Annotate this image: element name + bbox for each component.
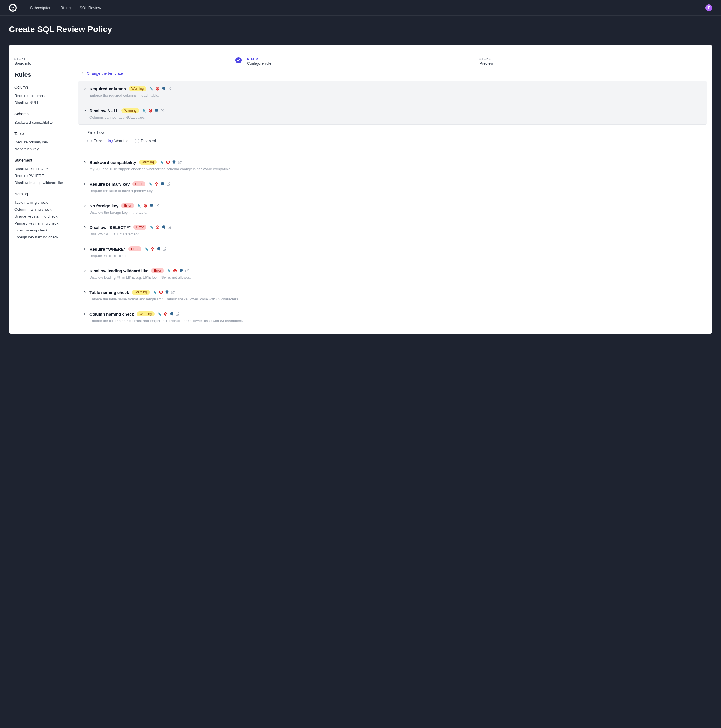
radio-disabled[interactable]: Disabled xyxy=(135,139,156,143)
external-link-icon[interactable] xyxy=(155,204,159,208)
mysql-icon xyxy=(157,312,162,316)
rule-title: Disallow leading wildcard like xyxy=(89,268,148,273)
change-template-link[interactable]: Change the template xyxy=(78,71,707,76)
postgres-icon xyxy=(172,160,176,165)
chevron-right-icon[interactable] xyxy=(83,204,87,208)
postgres-icon xyxy=(161,225,166,229)
nav-link-subscription[interactable]: Subscription xyxy=(30,6,51,10)
sidebar-group-title: Statement xyxy=(14,158,73,162)
rule-title: Backward compatibility xyxy=(89,160,136,165)
chevron-right-icon xyxy=(81,72,84,75)
chevron-right-icon[interactable] xyxy=(83,291,87,294)
sidebar-item-disallow-leading-wildcard-like[interactable]: Disallow leading wildcard like xyxy=(14,179,73,186)
mysql-icon xyxy=(149,86,154,91)
external-link-icon[interactable] xyxy=(185,269,189,272)
chevron-right-icon[interactable] xyxy=(83,225,87,229)
app-logo[interactable] xyxy=(9,4,17,12)
level-badge: Warning xyxy=(139,160,157,165)
postgres-icon xyxy=(161,182,165,186)
chevron-right-icon[interactable] xyxy=(83,312,87,316)
external-link-icon[interactable] xyxy=(178,160,182,164)
rule-title: Require "WHERE" xyxy=(89,247,126,251)
step-name: Basic info xyxy=(14,61,242,66)
postgres-icon xyxy=(156,247,161,251)
external-link-icon[interactable] xyxy=(171,291,175,294)
nav-link-billing[interactable]: Billing xyxy=(60,6,70,10)
rule-description: Enforce the table name format and length… xyxy=(83,297,702,301)
postgres-icon xyxy=(179,268,184,273)
chevron-right-icon[interactable] xyxy=(83,87,87,90)
rule-title: Disallow "SELECT *" xyxy=(89,225,131,230)
external-link-icon[interactable] xyxy=(162,247,167,251)
postgres-icon xyxy=(165,290,169,295)
external-link-icon[interactable] xyxy=(168,87,171,90)
postgres-icon xyxy=(149,203,154,208)
sidebar-item-required-columns[interactable]: Required columns xyxy=(14,92,73,99)
external-link-icon[interactable] xyxy=(176,312,179,316)
chevron-down-icon[interactable] xyxy=(83,109,87,113)
radio-label: Error xyxy=(93,139,102,143)
sidebar-item-foreign-key-naming-check[interactable]: Foreign key naming check xyxy=(14,234,73,241)
tidb-icon xyxy=(150,247,155,251)
level-badge: Error xyxy=(129,246,141,251)
tidb-icon xyxy=(154,182,159,186)
sidebar-item-require-where-[interactable]: Require "WHERE" xyxy=(14,172,73,179)
sidebar-item-disallow-null[interactable]: Disallow NULL xyxy=(14,99,73,106)
step-progress-bar xyxy=(247,50,474,51)
mysql-icon xyxy=(167,268,171,273)
sidebar-group-title: Naming xyxy=(14,192,73,196)
sidebar-item-disallow-select-[interactable]: Disallow "SELECT *" xyxy=(14,165,73,172)
mysql-icon xyxy=(142,109,147,113)
postgres-icon xyxy=(154,109,159,113)
sidebar-item-unique-key-naming-check[interactable]: Unique key naming check xyxy=(14,213,73,220)
rule-require-primary-key: Require primary key Error Require the ta… xyxy=(78,176,707,198)
chevron-right-icon[interactable] xyxy=(83,269,87,272)
rule-description: Enforce the column name format and lengt… xyxy=(83,319,702,323)
radio-label: Warning xyxy=(114,139,129,143)
chevron-right-icon[interactable] xyxy=(83,160,87,164)
tidb-icon xyxy=(159,290,163,295)
rule-title: Column naming check xyxy=(89,312,134,317)
rule-disallow-select-: Disallow "SELECT *" Error Disallow 'SELE… xyxy=(78,220,707,242)
step-label: STEP 2 xyxy=(247,57,474,61)
rule-description: Require 'WHERE' clause. xyxy=(83,254,702,258)
sidebar-groups: ColumnRequired columnsDisallow NULLSchem… xyxy=(14,85,73,241)
nav-link-sql-review[interactable]: SQL Review xyxy=(80,6,101,10)
external-link-icon[interactable] xyxy=(168,225,171,229)
chevron-right-icon[interactable] xyxy=(83,182,87,186)
sidebar-group-title: Column xyxy=(14,85,73,89)
rule-disallow-leading-wildcard-like: Disallow leading wildcard like Error Dis… xyxy=(78,263,707,285)
sidebar-item-table-naming-check[interactable]: Table naming check xyxy=(14,199,73,206)
sidebar-group-title: Table xyxy=(14,132,73,136)
sidebar-item-index-naming-check[interactable]: Index naming check xyxy=(14,227,73,234)
step-preview[interactable]: STEP 3 Preview xyxy=(479,50,707,66)
chevron-right-icon[interactable] xyxy=(83,247,87,251)
rule-description: Disallow the foreign key in the table. xyxy=(83,210,702,214)
sidebar-item-require-primary-key[interactable]: Require primary key xyxy=(14,139,73,145)
sidebar-item-column-naming-check[interactable]: Column naming check xyxy=(14,206,73,213)
sidebar-item-primary-key-naming-check[interactable]: Primary key naming check xyxy=(14,220,73,227)
sidebar-item-backward-compatibility[interactable]: Backward compatibility xyxy=(14,119,73,126)
change-template-label: Change the template xyxy=(87,71,123,76)
level-badge: Warning xyxy=(132,290,150,295)
rule-description: Disallow leading '%' in LIKE, e.g. LIKE … xyxy=(83,275,702,280)
tidb-icon xyxy=(155,225,160,229)
error-level-radio-group: Error Warning Disabled xyxy=(87,139,698,143)
step-configure-rule[interactable]: STEP 2 Configure rule xyxy=(247,50,474,66)
nav-links: SubscriptionBillingSQL Review xyxy=(30,6,706,10)
rule-title: Disallow NULL xyxy=(89,109,119,113)
step-basic-info[interactable]: STEP 1 Basic info xyxy=(14,50,242,66)
level-badge: Error xyxy=(121,203,134,208)
external-link-icon[interactable] xyxy=(167,182,170,186)
level-badge: Error xyxy=(132,182,145,187)
step-name: Preview xyxy=(479,61,707,66)
user-avatar[interactable]: T xyxy=(706,5,712,11)
sidebar-item-no-foreign-key[interactable]: No foreign key xyxy=(14,145,73,153)
radio-label: Disabled xyxy=(141,139,156,143)
external-link-icon[interactable] xyxy=(161,109,164,113)
radio-warning[interactable]: Warning xyxy=(108,139,129,143)
page-title: Create SQL Review Policy xyxy=(9,24,712,34)
radio-error[interactable]: Error xyxy=(87,139,102,143)
rule-column-naming-check: Column naming check Warning Enforce the … xyxy=(78,306,707,328)
stepper: STEP 1 Basic info STEP 2 Configure rule … xyxy=(9,45,712,66)
